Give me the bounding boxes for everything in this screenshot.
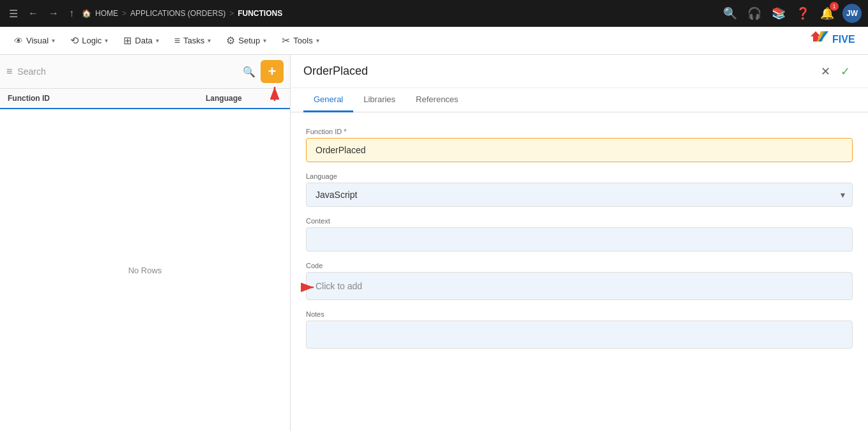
notification-badge: 1: [830, 2, 839, 11]
notifications-icon[interactable]: 🔔 1: [818, 4, 836, 22]
filter-icon[interactable]: ≡: [6, 66, 12, 77]
right-panel: OrderPlaced ✕ ✓ General Libraries Refere…: [291, 55, 868, 431]
breadcrumb: 🏠 HOME > APPLICATIONS (ORDERS) > FUNCTIO…: [82, 9, 282, 18]
save-button[interactable]: ✓: [835, 62, 855, 81]
breadcrumb-home[interactable]: HOME: [95, 9, 118, 18]
top-bar-left: ☰ ← → ↑ 🏠 HOME > APPLICATIONS (ORDERS) >…: [6, 5, 716, 22]
col-header-function-id: Function ID: [8, 94, 206, 103]
form-area: Function ID * Language JavaScript ▾ Cont…: [291, 112, 868, 431]
search-global-icon[interactable]: 🔍: [721, 4, 739, 22]
menu-tools-label: Tools: [293, 36, 312, 45]
menu-item-tools[interactable]: ✂ Tools ▾: [275, 31, 325, 50]
setup-icon: ⚙: [226, 34, 235, 47]
menu-logic-label: Logic: [82, 36, 102, 45]
left-panel: ≡ 🔍 + Function ID Language No Rows: [0, 55, 291, 431]
right-header: OrderPlaced ✕ ✓: [291, 55, 868, 88]
col-header-language: Language: [206, 94, 282, 103]
function-id-field: Function ID *: [306, 128, 853, 162]
language-select-wrapper: JavaScript ▾: [306, 183, 853, 207]
search-input[interactable]: [17, 66, 238, 77]
close-button[interactable]: ✕: [816, 62, 835, 81]
logic-icon: ⟲: [70, 34, 79, 47]
home-icon: 🏠: [82, 9, 91, 18]
user-avatar[interactable]: JW: [842, 4, 862, 23]
search-bar: ≡ 🔍 +: [0, 55, 290, 89]
menu-item-setup[interactable]: ⚙ Setup ▾: [220, 31, 273, 50]
visual-arrow: ▾: [52, 37, 55, 44]
menu-item-visual[interactable]: 👁 Visual ▾: [8, 32, 61, 50]
function-id-input[interactable]: [306, 138, 853, 162]
tabs: General Libraries References: [291, 88, 868, 112]
menu-setup-label: Setup: [238, 36, 260, 45]
record-title: OrderPlaced: [303, 64, 816, 78]
menu-item-logic[interactable]: ⟲ Logic ▾: [64, 31, 114, 50]
breadcrumb-apps[interactable]: APPLICATIONS (ORDERS): [130, 9, 225, 18]
search-section: ≡ 🔍 +: [0, 55, 290, 89]
search-icon[interactable]: 🔍: [243, 66, 255, 78]
breadcrumb-sep2: >: [229, 9, 234, 18]
help-icon[interactable]: ❓: [794, 4, 812, 22]
code-field-wrapper: Code Click to add: [306, 262, 853, 300]
context-input[interactable]: [306, 227, 853, 252]
language-field: Language JavaScript ▾: [306, 172, 853, 207]
notes-field: Notes: [306, 310, 853, 349]
logic-arrow: ▾: [105, 37, 108, 44]
notes-input[interactable]: [306, 321, 853, 349]
five-logo: FIVE: [809, 30, 860, 51]
hamburger-icon[interactable]: ☰: [6, 5, 20, 22]
menu-data-label: Data: [135, 36, 152, 45]
back-icon[interactable]: ←: [26, 5, 41, 22]
breadcrumb-functions[interactable]: FUNCTIONS: [238, 9, 282, 18]
tasks-arrow: ▾: [208, 37, 211, 44]
menu-tasks-label: Tasks: [183, 36, 204, 45]
language-select[interactable]: JavaScript: [306, 183, 853, 207]
code-label: Code: [306, 262, 853, 269]
menu-item-data[interactable]: ⊞ Data ▾: [117, 31, 165, 50]
code-input[interactable]: Click to add: [306, 272, 853, 300]
code-placeholder: Click to add: [316, 281, 362, 291]
context-label: Context: [306, 217, 853, 225]
menu-item-tasks[interactable]: ≡ Tasks ▾: [168, 31, 218, 50]
no-rows-message: No Rows: [0, 109, 290, 431]
tab-references[interactable]: References: [406, 88, 468, 112]
context-field: Context: [306, 217, 853, 252]
setup-arrow: ▾: [263, 37, 266, 44]
tools-icon: ✂: [282, 34, 290, 47]
menu-visual-label: Visual: [26, 36, 49, 45]
headset-icon[interactable]: 🎧: [745, 4, 763, 22]
breadcrumb-sep1: >: [122, 9, 126, 18]
tab-general[interactable]: General: [303, 88, 353, 112]
add-function-button[interactable]: +: [261, 60, 284, 83]
language-label: Language: [306, 172, 853, 180]
tasks-icon: ≡: [174, 35, 180, 47]
function-id-label: Function ID *: [306, 128, 853, 135]
notes-label: Notes: [306, 310, 853, 318]
menu-bar: 👁 Visual ▾ ⟲ Logic ▾ ⊞ Data ▾ ≡ Tasks ▾ …: [0, 27, 868, 55]
tools-arrow: ▾: [316, 37, 319, 44]
five-logo-svg: FIVE: [809, 30, 860, 49]
library-icon[interactable]: 📚: [770, 4, 788, 22]
forward-icon[interactable]: →: [46, 5, 61, 22]
language-value: JavaScript: [316, 190, 357, 200]
up-icon[interactable]: ↑: [66, 5, 77, 22]
top-bar: ☰ ← → ↑ 🏠 HOME > APPLICATIONS (ORDERS) >…: [0, 0, 868, 27]
main-layout: ≡ 🔍 + Function ID Language No Rows: [0, 55, 868, 431]
top-bar-right: 🔍 🎧 📚 ❓ 🔔 1 JW: [721, 4, 862, 23]
data-icon: ⊞: [123, 34, 132, 47]
table-header: Function ID Language: [0, 89, 290, 109]
tab-libraries[interactable]: Libraries: [353, 88, 406, 112]
visual-icon: 👁: [14, 36, 23, 46]
data-arrow: ▾: [156, 37, 159, 44]
svg-text:FIVE: FIVE: [832, 34, 855, 45]
